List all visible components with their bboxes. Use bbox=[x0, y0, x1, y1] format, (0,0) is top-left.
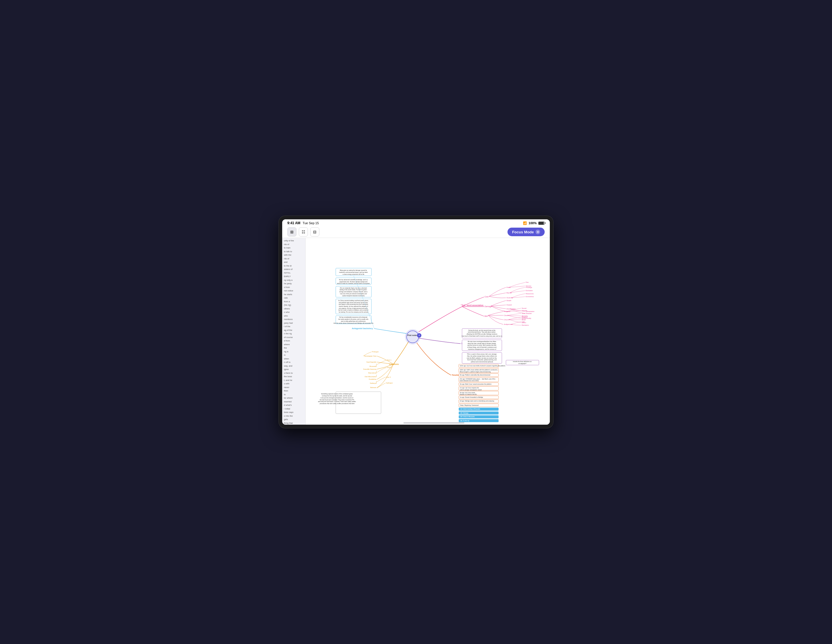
sidebar-text-25: l of the bbox=[283, 325, 305, 328]
tl-future-4-text: +3d: To the rig bbox=[460, 420, 469, 421]
decisions-label: Decisions bbox=[522, 324, 529, 326]
sidebar-text-22: who bbox=[283, 314, 305, 318]
sidebar-text-8: to the di bbox=[283, 264, 305, 268]
exclusion-line bbox=[510, 290, 525, 293]
sidebar-text-2: nts of bbox=[283, 243, 305, 247]
sidebar-text-31: the bbox=[283, 346, 305, 350]
sidebar-text-3: to train bbox=[283, 246, 305, 250]
grid-view-button[interactable]: ⊞ bbox=[287, 227, 296, 237]
status-time: 9:41 AM bbox=[287, 221, 301, 225]
ipad-frame: 9:41 AM Tue Sep 15 📶 100% ⊞ ☷ ⊟ Focus Mo… bbox=[279, 216, 553, 428]
tl-future-1-text: +1d: Initial meeting in Brussels bbox=[460, 409, 480, 410]
sidebar-text-47: d what's bbox=[283, 404, 305, 407]
time-line bbox=[507, 313, 521, 316]
sidebar-text-42: never bbox=[283, 386, 305, 389]
antagonist-note-2-text: He has advanced scientific knowledge, an… bbox=[337, 279, 370, 284]
sidebar-text-33: in bbox=[283, 354, 305, 357]
sidebar-text-51: gets bbox=[283, 418, 305, 421]
sidebar-text-38: s them to bbox=[283, 372, 305, 375]
resources-label: Resources bbox=[526, 293, 534, 295]
judgement-line bbox=[488, 316, 503, 325]
battery-fill bbox=[539, 222, 544, 224]
toll-label: "Toll" word association bbox=[461, 304, 483, 306]
antagonist-note-1-text: Miwa grew up seeing the damage caused by… bbox=[339, 270, 368, 275]
status-bar: 9:41 AM Tue Sep 15 📶 100% bbox=[282, 219, 550, 226]
sidebar-text-17: cals bbox=[283, 296, 305, 300]
sidebar: urity of the nts of to train to talk to … bbox=[282, 238, 306, 425]
bell-line bbox=[462, 306, 484, 316]
status-right: 📶 100% bbox=[523, 221, 545, 225]
guideline-label: Guideline bbox=[369, 378, 376, 380]
tl-event-3-text: 8m ago: Platform ostensibly fully decomm… bbox=[460, 374, 490, 376]
clock-label: Clock bbox=[504, 314, 508, 316]
timeline-main-line bbox=[417, 343, 451, 375]
sidebar-text-30: where bbox=[283, 343, 305, 347]
impact-label: Impact bbox=[507, 304, 512, 306]
tl-event-9-text: 2d ago: Aldridge starts work on identify… bbox=[460, 400, 494, 402]
horizontal-scrollbar[interactable] bbox=[403, 422, 465, 423]
sidebar-text-16: he starts bbox=[283, 293, 305, 296]
sidebar-text-21: o who bbox=[283, 311, 305, 314]
brussels-label: Brussels bbox=[370, 365, 376, 367]
sidebar-text-5: with the bbox=[283, 253, 305, 257]
battery-icon bbox=[538, 222, 545, 225]
sidebar-text-32: rig is bbox=[283, 350, 305, 354]
list-view-button[interactable]: ☷ bbox=[299, 227, 308, 237]
bottom-note-text: Something captured several of the combat… bbox=[318, 393, 356, 404]
status-date: Tue Sep 15 bbox=[303, 221, 319, 225]
privilege-line bbox=[510, 287, 525, 293]
ipad-screen: 9:41 AM Tue Sep 15 📶 100% ⊞ ☷ ⊟ Focus Mo… bbox=[282, 219, 550, 425]
focus-mode-label: Focus Mode bbox=[512, 230, 534, 234]
sidebar-text-28: of course bbox=[283, 336, 305, 340]
tl-event-1-text: 4y4m ago: Lily Cross was briefly involve… bbox=[460, 365, 505, 367]
ring-label: Ring bbox=[504, 310, 507, 312]
sidebar-text-48: r initial bbox=[283, 407, 305, 411]
toolbar: ⊞ ☷ ⊟ Focus Mode ✕ bbox=[282, 226, 550, 238]
sidebar-text-19: (his rig) bbox=[283, 303, 305, 307]
close-icon[interactable]: ✕ bbox=[536, 230, 540, 234]
sidebar-text-7: and bbox=[283, 261, 305, 264]
ring-line bbox=[488, 311, 503, 315]
tl-future-2-text: +2d: Salvage. bbox=[460, 412, 469, 414]
sidebar-text-44: to bbox=[283, 393, 305, 397]
column-view-button[interactable]: ⊟ bbox=[310, 227, 319, 237]
sverdlik-label: Sverdlik Gamma bbox=[363, 368, 376, 370]
sidebar-text-12: oy only a bbox=[283, 279, 305, 282]
antagonist-note-3-text: He's an enigmatic figure, but also a rel… bbox=[339, 287, 368, 296]
safanya-label: Safanya bbox=[370, 382, 376, 384]
disaster-label: Disaster bbox=[526, 312, 532, 314]
norwegian-label: Norwegian Sea bbox=[364, 355, 376, 357]
sidebar-text-23: mentions bbox=[283, 318, 305, 321]
sidebar-text-49: boss says bbox=[283, 411, 305, 414]
privilege-label: Privilege bbox=[526, 287, 532, 288]
focus-mode-button[interactable]: Focus Mode ✕ bbox=[507, 227, 545, 236]
scarcity-line bbox=[489, 296, 506, 298]
death-label: Death bbox=[507, 300, 512, 301]
part3-text-line bbox=[377, 377, 386, 382]
owlmnt-label: Owl Mountains bbox=[365, 375, 376, 378]
epilogue-label: Epilogue bbox=[386, 382, 392, 384]
antagonist-main-line bbox=[374, 328, 406, 333]
sidebar-text-27: n the rig bbox=[283, 332, 305, 336]
sidebar-text-39: the boss bbox=[283, 375, 305, 379]
sidebar-text-18: from a bbox=[283, 300, 305, 304]
fee-line bbox=[509, 282, 525, 287]
themes-note-2-text: We also have monologues/diatribes from M… bbox=[467, 341, 497, 350]
sidebar-text-41: s with bbox=[283, 382, 305, 386]
sidebar-text-37: igree bbox=[283, 368, 305, 372]
sidebar-text-40: t, and he bbox=[283, 379, 305, 382]
tl-event-8-text: 1w ago: Dossier forwarded to Aldridge bbox=[460, 397, 483, 398]
religion-line bbox=[509, 317, 521, 320]
tl-future-3-text: +2d: Crisis in Brussels bbox=[460, 416, 475, 418]
part1-label: Part 1 bbox=[387, 359, 391, 361]
bell-label: Bell bbox=[485, 315, 488, 317]
exclusion-label: Exclusion bbox=[526, 290, 533, 292]
locations-main-line bbox=[394, 342, 408, 364]
sidebar-text-43: then bbox=[283, 389, 305, 393]
cost-label: Cost bbox=[485, 296, 489, 298]
mindmap-canvas[interactable]: text { font-family: -apple-system, Blink… bbox=[306, 238, 550, 425]
belief-line bbox=[509, 319, 521, 320]
sidebar-text-10: FIFTH- bbox=[283, 271, 305, 275]
locations-label: Locations bbox=[389, 363, 399, 365]
toll-main-line bbox=[419, 306, 462, 332]
